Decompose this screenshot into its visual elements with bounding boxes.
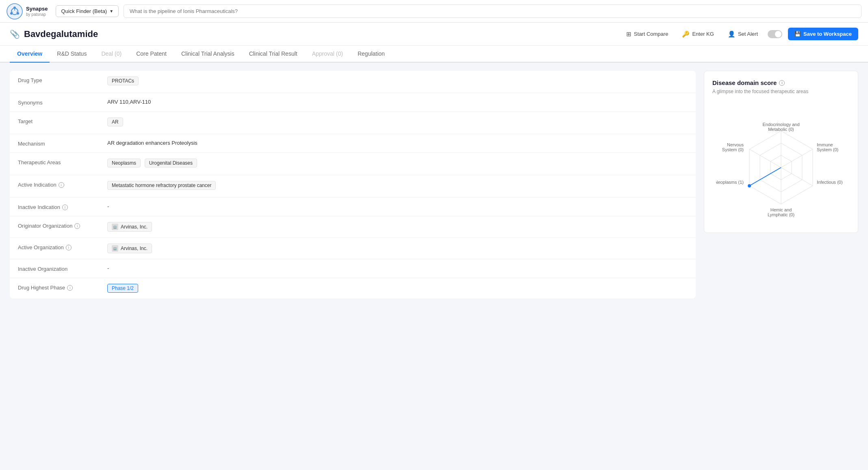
active-org-info-icon: i [66,245,72,250]
synonyms-label: Synonyms [18,99,107,106]
tab-core-patent[interactable]: Core Patent [129,46,174,63]
disease-domain-subtitle: A glimpse into the focused therapeutic a… [712,89,850,94]
drug-type-value: PROTACs [107,76,688,87]
originator-org-tag: 🏢 Arvinas, Inc. [107,222,152,232]
drug-info-panel: Drug Type PROTACs Synonyms ARV 110,ARV-1… [10,71,696,298]
alert-icon: 👤 [728,30,736,38]
drug-phase-tag: Phase 1/2 [107,284,138,293]
drug-header: 📎 Bavdegalutamide ⊞ Start Compare 🔑 Ente… [0,23,868,46]
originator-org-value: 🏢 Arvinas, Inc. [107,222,688,232]
active-org-row: Active Organization i 🏢 Arvinas, Inc. [10,238,696,259]
tab-clinical-trial-result[interactable]: Clinical Trial Result [242,46,305,63]
drug-highest-phase-value: Phase 1/2 [107,284,688,293]
target-label: Target [18,118,107,124]
active-indication-info-icon: i [59,182,64,188]
start-compare-button[interactable]: ⊞ Start Compare [622,28,673,40]
svg-point-18 [748,184,751,187]
mechanism-row: Mechanism AR degradation enhancers Prote… [10,134,696,153]
svg-line-13 [781,168,813,186]
active-org-label: Active Organization i [18,244,107,250]
active-org-value: 🏢 Arvinas, Inc. [107,244,688,253]
inactive-org-label: Inactive Organization [18,265,107,272]
active-indication-label: Active Indication i [18,181,107,188]
svg-text:Lymphatic (0): Lymphatic (0) [768,212,794,217]
tab-deal: Deal (0) [94,46,129,63]
save-workspace-button[interactable]: 💾 Save to Workspace [788,28,858,40]
tab-regulation[interactable]: Regulation [350,46,392,63]
drug-type-row: Drug Type PROTACs [10,71,696,93]
svg-point-0 [7,4,22,19]
disease-domain-panel: Disease domain score i A glimpse into th… [704,71,858,298]
synapse-logo-icon [7,3,23,20]
mechanism-label: Mechanism [18,140,107,147]
logo: Synapse by patsnap [7,3,48,20]
svg-text:Metabolic (0): Metabolic (0) [768,127,794,132]
logo-sub: by patsnap [26,12,48,17]
therapeutic-areas-value: Neoplasms Urogenital Diseases [107,159,688,169]
drug-info-table: Drug Type PROTACs Synonyms ARV 110,ARV-1… [10,71,696,298]
svg-text:Infectious (0): Infectious (0) [817,180,843,185]
originator-org-info-icon: i [74,223,80,229]
active-indication-row: Active Indication i Metastatic hormone r… [10,175,696,198]
originator-org-label: Originator Organization i [18,222,107,229]
active-indication-tag: Metastatic hormone refractory prostate c… [107,181,216,190]
therapeutic-tag-1: Urogenital Diseases [145,159,197,168]
drug-title: Bavdegalutamide [24,29,98,39]
drug-highest-phase-label: Drug Highest Phase i [18,284,107,291]
drug-icon: 📎 [10,29,20,39]
active-org-tag: 🏢 Arvinas, Inc. [107,244,152,253]
inactive-indication-value: - [107,203,688,209]
radar-svg: .axis-label { font-size: 11px; fill: #66… [716,102,846,224]
therapeutic-tag-0: Neoplasms [107,159,141,168]
svg-line-12 [781,149,813,168]
drug-type-label: Drug Type [18,76,107,83]
svg-point-2 [13,7,16,9]
svg-text:Hemic and: Hemic and [770,207,792,212]
target-tag: AR [107,118,123,126]
inactive-indication-info-icon: i [62,205,68,210]
kg-icon: 🔑 [682,30,690,38]
tab-rd-status[interactable]: R&D Status [50,46,94,63]
originator-org-row: Originator Organization i 🏢 Arvinas, Inc… [10,216,696,238]
quick-finder-button[interactable]: Quick Finder (Beta) ▼ [56,5,119,17]
drug-type-tag: PROTACs [107,76,139,85]
synonyms-value: ARV 110,ARV-110 [107,99,688,105]
alert-toggle[interactable] [768,30,782,38]
main-content: Drug Type PROTACs Synonyms ARV 110,ARV-1… [0,63,868,307]
chevron-down-icon: ▼ [109,9,113,13]
quick-finder-label: Quick Finder (Beta) [61,8,107,14]
svg-text:Nervous: Nervous [727,142,744,147]
active-indication-value: Metastatic hormone refractory prostate c… [107,181,688,191]
org-logo-icon: 🏢 [112,224,118,230]
inactive-indication-row: Inactive Indication i - [10,198,696,216]
svg-text:System (0): System (0) [722,147,744,152]
inactive-org-value: - [107,265,688,271]
set-alert-button[interactable]: 👤 Set Alert [724,28,762,40]
svg-text:Neoplasms (1): Neoplasms (1) [716,180,744,185]
disease-domain-card: Disease domain score i A glimpse into th… [704,71,858,233]
target-value: AR [107,118,688,128]
svg-text:Immune: Immune [817,142,833,147]
inactive-org-row: Inactive Organization - [10,259,696,278]
svg-text:Endocrinology and: Endocrinology and [762,122,799,127]
mechanism-value: AR degradation enhancers Proteolysis [107,140,688,146]
search-input[interactable] [124,4,861,18]
compare-icon: ⊞ [626,30,631,38]
svg-line-16 [749,149,781,168]
tab-overview[interactable]: Overview [10,46,50,63]
disease-domain-title: Disease domain score i [712,79,850,86]
tab-bar: Overview R&D Status Deal (0) Core Patent… [0,46,868,63]
tab-approval: Approval (0) [305,46,350,63]
top-nav: Synapse by patsnap Quick Finder (Beta) ▼ [0,0,868,23]
synonyms-row: Synonyms ARV 110,ARV-110 [10,93,696,112]
drug-phase-info-icon: i [67,285,73,291]
therapeutic-areas-row: Therapeutic Areas Neoplasms Urogenital D… [10,153,696,175]
enter-kg-button[interactable]: 🔑 Enter KG [678,28,718,40]
svg-marker-17 [749,168,781,186]
target-row: Target AR [10,112,696,134]
drug-highest-phase-row: Drug Highest Phase i Phase 1/2 [10,278,696,298]
active-org-logo-icon: 🏢 [112,245,118,252]
tab-clinical-trial-analysis[interactable]: Clinical Trial Analysis [174,46,242,63]
radar-chart: .axis-label { font-size: 11px; fill: #66… [712,102,850,224]
disease-domain-info-icon: i [779,80,785,86]
